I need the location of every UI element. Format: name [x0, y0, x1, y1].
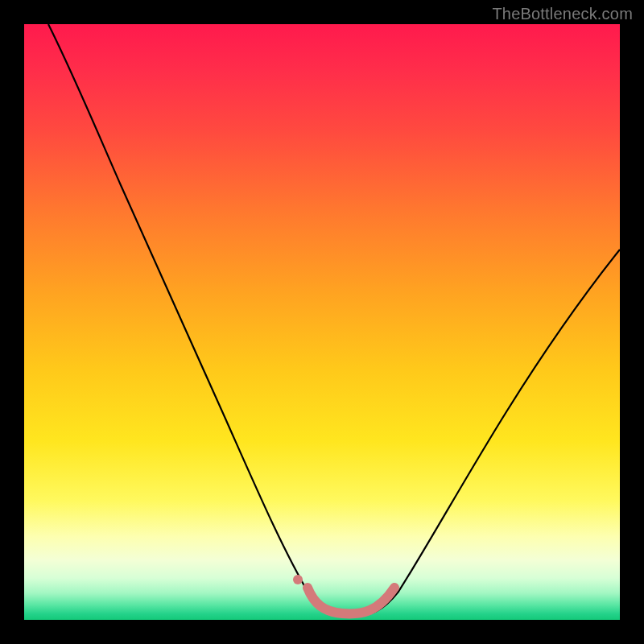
- highlight-dot: [293, 575, 303, 584]
- watermark-text: TheBottleneck.com: [492, 5, 633, 23]
- curve-layer: [24, 24, 620, 620]
- plot-area: [24, 24, 620, 620]
- highlight-segment: [308, 588, 394, 613]
- bottleneck-curve: [48, 24, 620, 616]
- chart-frame: TheBottleneck.com: [0, 0, 644, 644]
